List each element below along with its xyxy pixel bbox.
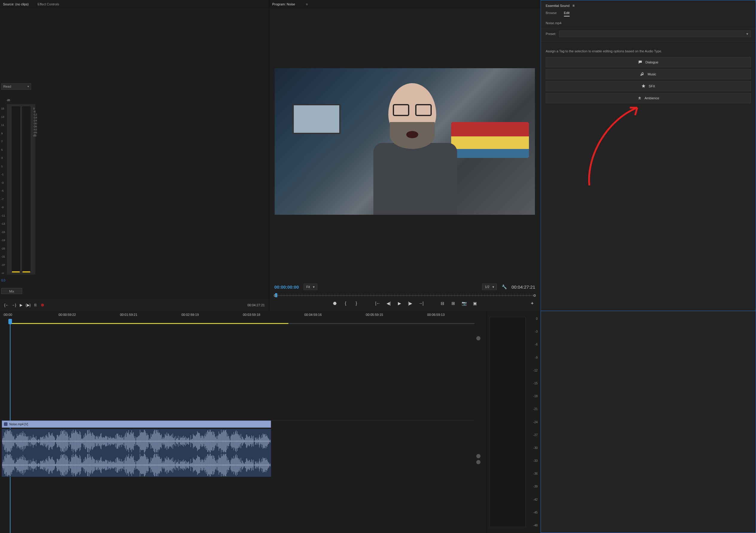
preset-label: Preset: <box>546 32 556 36</box>
ruler-tick: 00:01:59:21 <box>120 313 137 316</box>
ambience-icon <box>637 96 642 100</box>
mark-out-icon[interactable]: →} <box>12 303 16 307</box>
track-keyframe-toggle[interactable] <box>476 336 480 340</box>
fx-badge-icon <box>4 422 8 426</box>
current-timecode[interactable]: 00:00:00:00 <box>274 284 299 289</box>
automation-mode-dropdown[interactable]: Read ▾ <box>1 83 31 90</box>
chevron-down-icon: ▾ <box>28 85 29 88</box>
video-clip-label: Noise.mp4 [V] <box>9 423 28 426</box>
program-scrubber[interactable] <box>275 293 535 298</box>
preset-dropdown[interactable]: ▾ <box>559 31 751 37</box>
step-back-icon[interactable]: ◀| <box>386 300 392 306</box>
waveform <box>2 429 271 477</box>
resolution-dropdown[interactable]: 1/2▾ <box>482 283 497 290</box>
dialogue-button[interactable]: Dialogue <box>546 57 751 67</box>
program-monitor[interactable] <box>275 68 535 215</box>
loop-icon[interactable]: {▶} <box>26 303 31 307</box>
zoom-dropdown[interactable]: Fit▾ <box>304 283 317 290</box>
add-marker-icon[interactable]: ⬣ <box>332 300 338 306</box>
music-button[interactable]: Music <box>546 69 751 79</box>
video-tracks-area[interactable] <box>2 337 474 420</box>
chevron-down-icon: ▾ <box>746 32 748 36</box>
tab-source[interactable]: Source: (no clips) <box>3 2 29 6</box>
program-panel: Program: Noise ≡ 00:00:00:00 F <box>269 0 541 311</box>
program-tabs: Program: Noise ≡ <box>269 0 540 8</box>
out-point-marker[interactable] <box>533 294 536 297</box>
essential-sound-panel-lower <box>541 311 756 533</box>
timeline-panel: :00:00 00:00:59:2200:01:59:2100:02:59:19… <box>0 311 487 533</box>
master-audio-meter: 0-3-6-9-12-15-18-21-24-27-30-33-36-39-42… <box>487 311 541 533</box>
comparison-view-icon[interactable]: ▣ <box>472 300 478 306</box>
video-clip[interactable]: Noise.mp4 [V] <box>2 420 271 428</box>
panel-title: Essential Sound <box>546 4 570 8</box>
meter-channel-left <box>11 106 21 273</box>
mark-in-icon[interactable]: {← <box>4 303 9 307</box>
step-forward-icon[interactable]: |▶ <box>407 300 413 306</box>
tab-program[interactable]: Program: Noise <box>272 2 295 6</box>
meter-value: 0.0 <box>1 279 5 282</box>
record-icon[interactable] <box>40 303 45 307</box>
extract-icon[interactable]: ⊞ <box>450 300 456 306</box>
svg-rect-0 <box>2 429 271 477</box>
chevron-down-icon: ▾ <box>313 285 315 289</box>
ruler-tick: 00:06:59:13 <box>427 313 445 316</box>
essential-sound-panel: Essential Sound ≡ Browse Edit Noise.mp4 … <box>541 0 756 311</box>
panel-menu-icon[interactable]: ≡ <box>573 4 575 8</box>
tab-effect-controls[interactable]: Effect Controls <box>38 2 59 6</box>
button-editor-icon[interactable]: ＋ <box>529 300 535 306</box>
ruler-start: :00:00 <box>3 313 12 316</box>
chevron-down-icon: ▾ <box>493 285 494 289</box>
meter-db-label: dB <box>7 99 10 102</box>
source-duration: 00:04:27:21 <box>247 303 265 307</box>
source-tabs: Source: (no clips) Effect Controls <box>0 0 269 8</box>
play-icon[interactable]: ▶ <box>396 300 402 306</box>
go-to-in-icon[interactable]: |← <box>375 300 381 306</box>
source-panel: Source: (no clips) Effect Controls Read … <box>0 0 269 311</box>
play-icon[interactable]: ▶ <box>18 303 23 307</box>
ruler-tick: 00:05:59:15 <box>366 313 383 316</box>
source-transport: {← →} ▶ {▶} ⎘ <box>4 303 45 307</box>
tab-edit[interactable]: Edit <box>564 11 570 16</box>
settings-icon[interactable]: 🔧 <box>502 284 507 289</box>
go-to-out-icon[interactable]: →| <box>418 300 424 306</box>
timeline-playhead[interactable] <box>8 319 12 324</box>
ruler-tick: 00:04:59:16 <box>304 313 322 316</box>
tab-browse[interactable]: Browse <box>546 11 557 16</box>
program-transport: ⬣ { } |← ◀| ▶ |▶ →| ⊟ ⊞ 📷 ▣ ＋ <box>273 300 536 306</box>
track-keyframe-toggle[interactable] <box>476 454 480 458</box>
music-icon <box>640 72 645 76</box>
sfx-icon <box>641 84 646 88</box>
export-icon[interactable]: ⎘ <box>33 303 38 307</box>
ambience-button[interactable]: Ambience <box>546 93 751 103</box>
panel-menu-icon[interactable]: ≡ <box>306 2 307 6</box>
ruler-tick: 00:00:59:22 <box>59 313 76 316</box>
mix-label[interactable]: Mix <box>1 288 22 294</box>
mark-out-icon[interactable]: } <box>353 300 359 306</box>
track-keyframe-toggle[interactable] <box>476 460 480 464</box>
mark-in-icon[interactable]: { <box>342 300 349 306</box>
audio-type-hint: Assign a Tag to the selection to enable … <box>541 41 756 57</box>
dialogue-icon <box>638 60 642 64</box>
meter-channel-right <box>21 106 31 273</box>
in-point-marker[interactable] <box>274 294 276 297</box>
audio-clip[interactable] <box>2 429 271 477</box>
ruler-tick: 00:02:59:19 <box>181 313 199 316</box>
ruler-tick: 00:03:59:18 <box>243 313 260 316</box>
lift-icon[interactable]: ⊟ <box>440 300 446 306</box>
export-frame-icon[interactable]: 📷 <box>461 300 467 306</box>
duration-timecode: 00:04:27:21 <box>512 284 535 289</box>
selected-clip-name: Noise.mp4 <box>541 18 756 28</box>
automation-mode-value: Read <box>3 85 11 88</box>
sfx-button[interactable]: SFX <box>546 81 751 91</box>
audio-meter: 15131197531-1-3-5-7-9-11-13-15-19-25-31-… <box>1 104 37 275</box>
time-ruler[interactable]: :00:00 00:00:59:2200:01:59:2100:02:59:19… <box>2 313 474 330</box>
